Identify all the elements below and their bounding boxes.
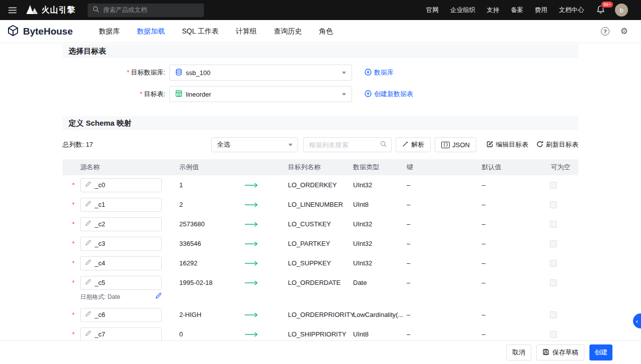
topbar-link-official-site[interactable]: 官网 bbox=[426, 6, 439, 15]
target-column-name: LO_SUPPKEY bbox=[288, 253, 353, 273]
sample-value: 2 bbox=[168, 195, 243, 214]
nullable-checkbox[interactable] bbox=[550, 260, 557, 267]
column-search[interactable] bbox=[303, 137, 392, 152]
total-columns-label: 总列数: bbox=[63, 141, 84, 148]
source-name-input[interactable]: _c0 bbox=[80, 178, 162, 192]
edit-pencil-icon bbox=[85, 279, 91, 286]
bytehouse-brand-name: ByteHouse bbox=[23, 26, 73, 37]
top-search-input[interactable] bbox=[103, 7, 199, 14]
column-search-input[interactable] bbox=[309, 141, 380, 149]
topbar-link-filing[interactable]: 备案 bbox=[511, 6, 523, 15]
edit-pencil-icon bbox=[85, 220, 91, 228]
nullable-checkbox[interactable] bbox=[550, 221, 557, 228]
data-type-value: UInt32 bbox=[353, 214, 407, 234]
json-button[interactable]: {} JSON bbox=[435, 137, 476, 152]
create-button[interactable]: 创建 bbox=[589, 344, 612, 360]
top-search[interactable] bbox=[88, 4, 204, 17]
notification-bell[interactable]: 99+ bbox=[596, 5, 605, 16]
schema-table-row: * _c2 2573680 LO_ bbox=[63, 214, 578, 234]
edit-date-format-icon[interactable] bbox=[155, 292, 162, 301]
default-value: – bbox=[482, 273, 550, 292]
mapping-arrow-icon bbox=[244, 202, 258, 208]
col-header-default: 默认值 bbox=[482, 163, 550, 172]
source-name-input[interactable]: _c4 bbox=[80, 256, 162, 270]
source-name-input[interactable]: _c3 bbox=[80, 237, 162, 251]
target-database-select[interactable]: ssb_100 bbox=[169, 65, 352, 81]
col-header-sample: 示例值 bbox=[168, 163, 243, 172]
table-icon bbox=[175, 90, 182, 99]
sample-value: 1 bbox=[168, 175, 243, 195]
topbar-links: 官网 企业组织 支持 备案 费用 文档中心 bbox=[426, 6, 584, 15]
navbar-actions: ? ⚙ bbox=[601, 27, 628, 36]
nav-item-sql-worksheet[interactable]: SQL 工作表 bbox=[182, 27, 218, 36]
select-target-section-title: 选择目标表 bbox=[63, 44, 578, 58]
nullable-checkbox[interactable] bbox=[550, 311, 557, 318]
data-type-value: UInt32 bbox=[353, 175, 407, 195]
required-asterisk: * bbox=[72, 220, 75, 228]
target-column-name: LO_CUSTKEY bbox=[288, 214, 353, 234]
source-name-input[interactable]: _c2 bbox=[80, 217, 162, 231]
select-all-dropdown[interactable]: 全选 bbox=[211, 137, 298, 152]
search-icon bbox=[93, 6, 99, 15]
chevron-down-icon bbox=[342, 72, 346, 74]
hamburger-menu-icon[interactable] bbox=[7, 4, 19, 16]
topbar-link-billing[interactable]: 费用 bbox=[535, 6, 547, 15]
help-icon[interactable]: ? bbox=[601, 27, 609, 36]
source-name-input[interactable]: _c1 bbox=[80, 198, 162, 212]
footer-action-bar: 取消 保存草稿 创建 bbox=[0, 340, 641, 364]
nav-item-databases[interactable]: 数据库 bbox=[99, 27, 120, 36]
date-format-note: 日期格式: Date bbox=[80, 292, 162, 301]
user-avatar[interactable]: b bbox=[615, 4, 628, 17]
save-draft-button[interactable]: 保存草稿 bbox=[536, 344, 584, 360]
schema-table-header: 源名称 示例值 目标列名称 数据类型 键 默认值 可为空 bbox=[63, 159, 578, 175]
edit-target-table-button[interactable]: 编辑目标表 bbox=[486, 140, 528, 149]
key-value: – bbox=[407, 273, 482, 292]
nullable-checkbox[interactable] bbox=[550, 331, 557, 338]
sample-value: 2-HIGH bbox=[168, 305, 243, 324]
nullable-checkbox[interactable] bbox=[550, 182, 557, 189]
sample-value: 336546 bbox=[168, 234, 243, 253]
parse-button[interactable]: 解析 bbox=[396, 137, 431, 152]
nav-item-roles[interactable]: 角色 bbox=[319, 27, 333, 36]
nav-item-compute-groups[interactable]: 计算组 bbox=[236, 27, 257, 36]
create-database-link[interactable]: 数据库 bbox=[365, 68, 394, 77]
source-name-input[interactable]: _c5 bbox=[80, 276, 162, 290]
save-icon bbox=[542, 348, 549, 357]
schema-table-row: * _c3 336546 LO_P bbox=[63, 234, 578, 253]
topbar-link-docs-center[interactable]: 文档中心 bbox=[559, 6, 584, 15]
target-table-select[interactable]: lineorder bbox=[169, 86, 352, 102]
volcengine-logo-icon bbox=[26, 4, 39, 16]
data-type-value: UInt32 bbox=[353, 234, 407, 253]
edit-pencil-icon bbox=[85, 181, 91, 189]
nav-item-query-history[interactable]: 查询历史 bbox=[274, 27, 302, 36]
target-table-row: *目标表: lineorder 创建新数据表 bbox=[63, 86, 578, 102]
nav-item-data-loading[interactable]: 数据加载 bbox=[137, 27, 165, 36]
mapping-arrow-icon bbox=[244, 182, 258, 188]
nullable-checkbox[interactable] bbox=[550, 279, 557, 286]
topbar-link-enterprise-org[interactable]: 企业组织 bbox=[450, 6, 475, 15]
schema-table-row: * _c1 2 LO_LINENU bbox=[63, 195, 578, 214]
product-nav: 数据库 数据加载 SQL 工作表 计算组 查询历史 角色 bbox=[99, 27, 333, 36]
create-table-link[interactable]: 创建新数据表 bbox=[365, 90, 413, 99]
col-header-key: 键 bbox=[407, 163, 482, 172]
data-type-value: Date bbox=[353, 273, 407, 292]
volcengine-logo[interactable]: 火山引擎 bbox=[26, 4, 76, 16]
cancel-button[interactable]: 取消 bbox=[506, 344, 531, 360]
key-value: – bbox=[407, 305, 482, 324]
topbar-link-support[interactable]: 支持 bbox=[487, 6, 499, 15]
schema-table-body: * _c0 1 LO_ORDERK bbox=[63, 175, 578, 344]
refresh-target-table-button[interactable]: 刷新目标表 bbox=[536, 140, 578, 149]
nullable-checkbox[interactable] bbox=[550, 240, 557, 247]
bytehouse-logo[interactable]: ByteHouse bbox=[7, 25, 73, 39]
edit-pencil-icon bbox=[85, 330, 91, 338]
target-column-name: LO_ORDERDATE bbox=[288, 273, 353, 292]
mapping-arrow-icon bbox=[244, 312, 258, 318]
edit-pencil-icon bbox=[85, 311, 91, 318]
source-name-input[interactable]: _c7 bbox=[80, 327, 162, 341]
total-columns-value: 17 bbox=[86, 141, 93, 148]
required-asterisk: * bbox=[72, 181, 75, 189]
schema-table-row: * _c5 日期格式: Date bbox=[63, 273, 578, 305]
gear-icon[interactable]: ⚙ bbox=[620, 27, 628, 36]
source-name-input[interactable]: _c6 bbox=[80, 308, 162, 322]
nullable-checkbox[interactable] bbox=[550, 201, 557, 208]
